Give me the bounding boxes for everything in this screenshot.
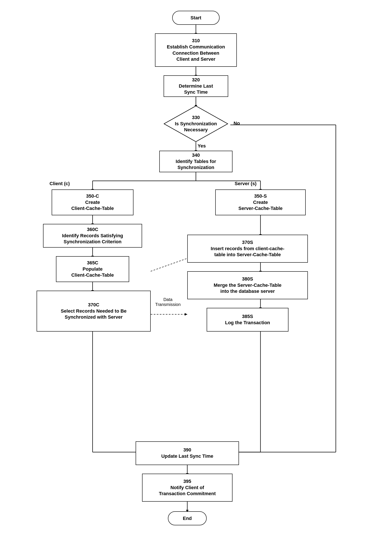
no-label: No [234, 120, 240, 126]
data-transmission-text: Data Transmission [155, 297, 181, 307]
node-395: 395 Notify Client of Transaction Commitm… [142, 474, 232, 502]
node-370s: 370S Insert records from client-cache- t… [187, 235, 308, 263]
server-text: Server (s) [235, 181, 257, 186]
node-370c: 370C Select Records Needed to Be Synchro… [37, 291, 151, 331]
client-text: Client (c) [49, 181, 70, 186]
node-350s-label: 350-S Create Server-Cache-Table [238, 193, 282, 212]
server-label: Server (s) [235, 181, 257, 186]
node-385s-label: 385S Log the Transaction [225, 313, 270, 326]
node-380s: 380S Merge the Server-Cache-Table into t… [187, 271, 308, 299]
yes-label: Yes [198, 143, 206, 149]
node-360c: 360C Identify Records Satisfying Synchro… [43, 224, 142, 248]
node-350s: 350-S Create Server-Cache-Table [215, 190, 306, 215]
node-395-label: 395 Notify Client of Transaction Commitm… [159, 479, 216, 497]
node-380s-label: 380S Merge the Server-Cache-Table into t… [214, 276, 281, 295]
node-330-label: 330Is SynchronizationNecessary [175, 114, 217, 133]
node-385s: 385S Log the Transaction [207, 308, 288, 331]
yes-text: Yes [198, 143, 206, 148]
node-390: 390 Update Last Sync Time [136, 441, 239, 465]
node-310-label: 310 Establish Communication Connection B… [167, 38, 225, 62]
node-365c-label: 365C Populate Client-Cache-Table [71, 260, 114, 278]
node-390-label: 390 Update Last Sync Time [161, 447, 213, 459]
node-360c-label: 360C Identify Records Satisfying Synchro… [62, 226, 123, 245]
start-label: Start [190, 15, 201, 21]
node-365c: 365C Populate Client-Cache-Table [56, 256, 129, 282]
node-350c-label: 350-C Create Client-Cache-Table [71, 193, 114, 212]
node-350c: 350-C Create Client-Cache-Table [52, 190, 133, 215]
node-340: 340 Identify Tables for Synchronization [159, 151, 232, 172]
node-370c-label: 370C Select Records Needed to Be Synchro… [61, 302, 126, 320]
node-320: 320 Determine Last Sync Time [164, 75, 228, 97]
end-label: End [183, 516, 192, 521]
no-text: No [234, 120, 240, 126]
svg-marker-28 [185, 313, 187, 316]
end-node: End [168, 511, 207, 525]
node-320-label: 320 Determine Last Sync Time [179, 77, 213, 95]
data-transmission-label: Data Transmission [151, 297, 185, 307]
node-330: 330Is SynchronizationNecessary [164, 106, 228, 142]
svg-line-32 [151, 258, 187, 271]
node-310: 310 Establish Communication Connection B… [155, 33, 237, 67]
node-370s-label: 370S Insert records from client-cache- t… [211, 239, 284, 258]
node-340-label: 340 Identify Tables for Synchronization [176, 152, 216, 171]
diagram-container: Start 310 Establish Communication Connec… [0, 0, 392, 549]
start-node: Start [172, 11, 220, 25]
client-label: Client (c) [49, 181, 70, 186]
